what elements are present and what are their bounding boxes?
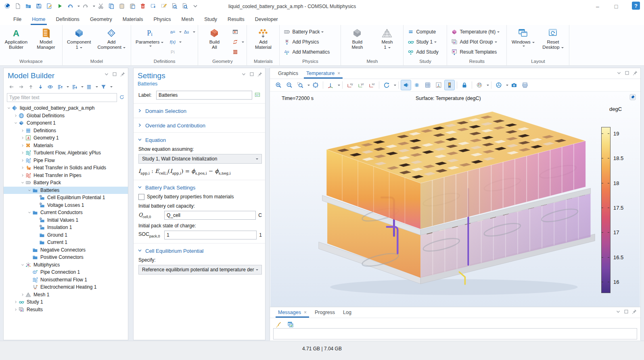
build-all-button[interactable]: BuildAll bbox=[200, 26, 229, 50]
delta-u-button[interactable]: Δu bbox=[182, 27, 191, 36]
windows-button[interactable]: Windows bbox=[508, 26, 537, 48]
tree-collapse-icon[interactable] bbox=[6, 105, 12, 111]
tree-item-liquid-cooled-battery-pack-a-mph[interactable]: liquid_cooled_battery_pack_a.mph bbox=[4, 104, 128, 112]
rename-icon[interactable] bbox=[255, 92, 262, 98]
cep-specify-dropdown[interactable]: Reference equilibrium potential and temp… bbox=[138, 265, 262, 275]
chev-down-icon[interactable] bbox=[190, 1, 200, 11]
tree-item-pipe-flow[interactable]: Pipe Flow bbox=[4, 157, 128, 164]
drawbox-icon[interactable] bbox=[159, 1, 169, 11]
parameters-button[interactable]: PiParameters bbox=[133, 26, 166, 48]
refresh-icon[interactable] bbox=[119, 94, 125, 101]
paste2-icon[interactable] bbox=[128, 1, 137, 11]
tree-expand-icon[interactable] bbox=[20, 292, 25, 298]
view-xy-button[interactable]: xy bbox=[345, 80, 355, 90]
build-mesh-button[interactable]: BuildMesh bbox=[343, 26, 372, 50]
tree-item-global-definitions[interactable]: Global Definitions bbox=[4, 112, 128, 120]
graphics-tab-temperature[interactable]: Temperature× bbox=[302, 69, 344, 79]
tree-expand-icon[interactable] bbox=[13, 307, 19, 312]
help-button[interactable]: ? bbox=[632, 2, 640, 10]
tree-collapse-icon[interactable] bbox=[20, 262, 25, 268]
update-button[interactable] bbox=[230, 37, 240, 46]
zoom-ext-button[interactable] bbox=[310, 80, 321, 90]
zoom-out-button[interactable] bbox=[284, 80, 295, 90]
tree-item-results[interactable]: Results bbox=[4, 306, 128, 314]
tree-item-battery-pack[interactable]: Battery Pack bbox=[4, 179, 128, 187]
ribbon-tab-mesh[interactable]: Mesh bbox=[176, 14, 199, 25]
tree-item-electrochemical-heating-1[interactable]: Electrochemical Heating 1 bbox=[4, 283, 128, 291]
graphics-canvas[interactable]: Time=72000 s Surface: Temperature (degC) bbox=[270, 92, 640, 307]
a-eq-button[interactable]: a= bbox=[168, 27, 178, 36]
tree-expand-icon[interactable] bbox=[20, 128, 25, 133]
run-icon[interactable] bbox=[55, 1, 65, 11]
tree-item-positive-connectors[interactable]: Positive Connectors bbox=[4, 254, 128, 261]
compute-button[interactable]: Compute bbox=[405, 27, 441, 37]
pi-gray-button[interactable]: Pi bbox=[168, 48, 178, 56]
tree-item-voltage-losses-1[interactable]: DVoltage Losses 1 bbox=[4, 202, 128, 209]
tree-item-mesh-1[interactable]: Mesh 1 bbox=[4, 291, 128, 299]
ribbon-tab-geometry[interactable]: Geometry bbox=[85, 14, 117, 25]
panel-menu-icon[interactable] bbox=[241, 71, 247, 77]
tree-expand-icon[interactable] bbox=[20, 143, 25, 148]
float-panel-icon[interactable] bbox=[624, 70, 630, 76]
soc-input[interactable] bbox=[164, 231, 257, 239]
fwd-button[interactable] bbox=[17, 83, 25, 91]
lock-button[interactable] bbox=[459, 80, 470, 90]
section-battery-pack-settings[interactable]: Battery Pack Settings bbox=[134, 183, 265, 191]
axisbox-button[interactable] bbox=[433, 80, 444, 90]
back-button[interactable] bbox=[7, 83, 16, 91]
ribbon-tab-definitions[interactable]: Definitions bbox=[51, 14, 85, 25]
pin-panel-icon[interactable] bbox=[632, 70, 638, 76]
application-builder-button[interactable]: AApplicationBuilder bbox=[2, 26, 31, 50]
cut-icon[interactable] bbox=[96, 1, 106, 11]
docfind2-icon[interactable] bbox=[180, 1, 190, 11]
tree-collapse-icon[interactable] bbox=[27, 210, 32, 215]
result-templates-button[interactable]: Result Templates bbox=[449, 47, 502, 57]
transp-button[interactable] bbox=[412, 80, 422, 90]
copy-icon[interactable] bbox=[107, 1, 116, 11]
float-panel-icon[interactable] bbox=[623, 309, 629, 314]
view-xz-button[interactable]: xz bbox=[366, 80, 377, 90]
triad-button[interactable] bbox=[325, 80, 336, 90]
tree-expand-icon[interactable] bbox=[20, 135, 25, 141]
tree-item-definitions[interactable]: Definitions bbox=[4, 127, 128, 135]
pin-panel-icon[interactable] bbox=[631, 309, 637, 314]
docfind-icon[interactable] bbox=[169, 1, 179, 11]
ribbon-tab-physics[interactable]: Physics bbox=[148, 14, 176, 25]
mesh-1-button[interactable]: Mesh1 bbox=[372, 26, 401, 50]
down-button[interactable] bbox=[36, 83, 45, 91]
eye-button[interactable] bbox=[46, 83, 54, 91]
float-panel-icon[interactable] bbox=[249, 71, 255, 77]
component-1-button[interactable]: Component1 bbox=[64, 26, 94, 50]
virtual-button[interactable] bbox=[230, 48, 240, 56]
equation-assumption-dropdown[interactable]: Study 1, Wall Distance Initialization bbox=[138, 154, 262, 164]
tree-collapse-icon[interactable] bbox=[20, 180, 25, 185]
study-1-button[interactable]: Study 1 bbox=[405, 37, 441, 47]
tree-collapse-icon[interactable] bbox=[27, 187, 32, 193]
specify-from-materials-checkbox[interactable] bbox=[138, 194, 144, 200]
ribbon-tab-home[interactable]: Home bbox=[27, 14, 50, 25]
tree-item-insulation-1[interactable]: DInsulation 1 bbox=[4, 224, 128, 231]
ribbon-tab-developer[interactable]: Developer bbox=[250, 14, 283, 25]
tree-filter-input[interactable] bbox=[7, 93, 117, 102]
env-button[interactable] bbox=[493, 80, 504, 90]
print-button[interactable] bbox=[520, 80, 530, 90]
import-button[interactable] bbox=[230, 27, 240, 36]
messages-tab-messages[interactable]: Messages× bbox=[274, 308, 311, 318]
palette-button[interactable] bbox=[474, 80, 485, 90]
maximize-button[interactable]: □ bbox=[607, 0, 625, 13]
tree-expand-icon[interactable] bbox=[20, 173, 25, 178]
preview-icon[interactable] bbox=[44, 1, 54, 11]
tree-expand-icon[interactable] bbox=[20, 158, 25, 163]
logo-icon[interactable] bbox=[2, 1, 12, 11]
redo-icon[interactable] bbox=[81, 1, 90, 11]
tree-item-turbulent-flow-algebraic-yplus[interactable]: Turbulent Flow, Algebraic yPlus bbox=[4, 149, 128, 157]
selbox-icon[interactable] bbox=[148, 1, 158, 11]
panel-menu-icon[interactable] bbox=[615, 309, 621, 314]
section-override[interactable]: Override and Contribution bbox=[134, 121, 265, 129]
capacity-input[interactable] bbox=[164, 211, 256, 220]
add-study-button[interactable]: Add Study bbox=[405, 47, 441, 57]
tree-item-heat-transfer-in-pipes[interactable]: Heat Transfer in Pipes bbox=[4, 172, 128, 179]
section-domain-selection[interactable]: Domain Selection bbox=[134, 106, 265, 115]
paste-icon[interactable] bbox=[117, 1, 127, 11]
legend-button[interactable] bbox=[444, 80, 455, 90]
